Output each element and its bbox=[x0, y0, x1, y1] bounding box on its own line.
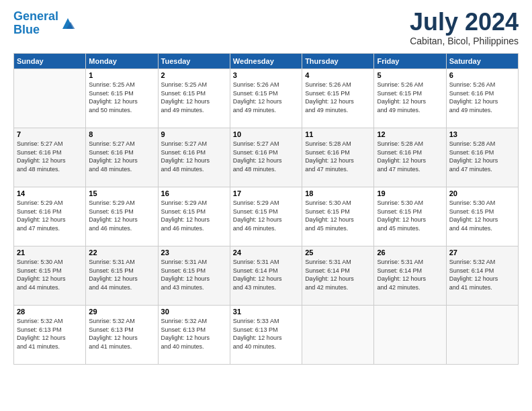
week-row-2: 7Sunrise: 5:27 AM Sunset: 6:16 PM Daylig… bbox=[14, 128, 519, 187]
cell-content: Sunrise: 5:29 AM Sunset: 6:15 PM Dayligh… bbox=[233, 199, 299, 232]
calendar-cell: 19Sunrise: 5:30 AM Sunset: 6:15 PM Dayli… bbox=[374, 187, 446, 246]
cell-content: Sunrise: 5:31 AM Sunset: 6:14 PM Dayligh… bbox=[305, 258, 371, 291]
calendar-cell bbox=[302, 306, 374, 365]
cell-content: Sunrise: 5:30 AM Sunset: 6:15 PM Dayligh… bbox=[377, 199, 443, 232]
calendar-cell: 11Sunrise: 5:28 AM Sunset: 6:16 PM Dayli… bbox=[302, 128, 374, 187]
day-number: 31 bbox=[233, 308, 299, 316]
day-number: 28 bbox=[17, 308, 83, 316]
day-number: 11 bbox=[305, 130, 371, 138]
calendar-cell: 5Sunrise: 5:26 AM Sunset: 6:15 PM Daylig… bbox=[374, 69, 446, 128]
day-number: 15 bbox=[89, 189, 154, 197]
day-number: 6 bbox=[449, 71, 515, 79]
calendar-cell: 12Sunrise: 5:28 AM Sunset: 6:16 PM Dayli… bbox=[374, 128, 446, 187]
day-number: 3 bbox=[233, 71, 299, 79]
cell-content: Sunrise: 5:27 AM Sunset: 6:16 PM Dayligh… bbox=[89, 140, 154, 173]
day-number: 1 bbox=[89, 71, 154, 79]
calendar-cell bbox=[446, 306, 518, 365]
cell-content: Sunrise: 5:27 AM Sunset: 6:16 PM Dayligh… bbox=[233, 140, 299, 173]
cell-content: Sunrise: 5:31 AM Sunset: 6:15 PM Dayligh… bbox=[89, 258, 154, 291]
cell-content: Sunrise: 5:27 AM Sunset: 6:16 PM Dayligh… bbox=[161, 140, 227, 173]
calendar-cell: 6Sunrise: 5:26 AM Sunset: 6:16 PM Daylig… bbox=[446, 69, 518, 128]
week-row-1: 1Sunrise: 5:25 AM Sunset: 6:15 PM Daylig… bbox=[14, 69, 519, 128]
cell-content: Sunrise: 5:32 AM Sunset: 6:14 PM Dayligh… bbox=[449, 258, 515, 291]
day-number: 25 bbox=[305, 248, 371, 257]
day-number: 10 bbox=[233, 130, 299, 138]
cell-content: Sunrise: 5:25 AM Sunset: 6:15 PM Dayligh… bbox=[161, 81, 227, 114]
calendar-cell: 8Sunrise: 5:27 AM Sunset: 6:16 PM Daylig… bbox=[86, 128, 158, 187]
cell-content: Sunrise: 5:31 AM Sunset: 6:15 PM Dayligh… bbox=[161, 258, 227, 291]
calendar-cell: 25Sunrise: 5:31 AM Sunset: 6:14 PM Dayli… bbox=[302, 246, 374, 306]
cell-content: Sunrise: 5:27 AM Sunset: 6:16 PM Dayligh… bbox=[17, 140, 83, 173]
calendar-cell: 28Sunrise: 5:32 AM Sunset: 6:13 PM Dayli… bbox=[14, 306, 86, 365]
calendar-cell: 2Sunrise: 5:25 AM Sunset: 6:15 PM Daylig… bbox=[158, 69, 230, 128]
day-number: 29 bbox=[89, 308, 154, 316]
calendar-cell: 18Sunrise: 5:30 AM Sunset: 6:15 PM Dayli… bbox=[302, 187, 374, 246]
calendar-cell: 15Sunrise: 5:29 AM Sunset: 6:15 PM Dayli… bbox=[86, 187, 158, 246]
cell-content: Sunrise: 5:29 AM Sunset: 6:16 PM Dayligh… bbox=[17, 199, 83, 232]
cell-content: Sunrise: 5:29 AM Sunset: 6:15 PM Dayligh… bbox=[161, 199, 227, 232]
day-number: 19 bbox=[377, 189, 443, 197]
cell-content: Sunrise: 5:29 AM Sunset: 6:15 PM Dayligh… bbox=[89, 199, 154, 232]
month-year-title: July 2024 bbox=[410, 10, 519, 34]
calendar-cell: 14Sunrise: 5:29 AM Sunset: 6:16 PM Dayli… bbox=[14, 187, 86, 246]
day-number: 8 bbox=[89, 130, 154, 138]
day-number: 4 bbox=[305, 71, 371, 79]
cell-content: Sunrise: 5:26 AM Sunset: 6:16 PM Dayligh… bbox=[449, 81, 515, 114]
day-number: 16 bbox=[161, 189, 227, 197]
day-number: 27 bbox=[449, 248, 515, 257]
weekday-header-friday: Friday bbox=[374, 54, 446, 69]
cell-content: Sunrise: 5:31 AM Sunset: 6:14 PM Dayligh… bbox=[233, 258, 299, 291]
week-row-5: 28Sunrise: 5:32 AM Sunset: 6:13 PM Dayli… bbox=[14, 306, 519, 365]
cell-content: Sunrise: 5:26 AM Sunset: 6:15 PM Dayligh… bbox=[305, 81, 371, 114]
day-number: 30 bbox=[161, 308, 227, 316]
week-row-3: 14Sunrise: 5:29 AM Sunset: 6:16 PM Dayli… bbox=[14, 187, 519, 246]
calendar-cell: 13Sunrise: 5:28 AM Sunset: 6:16 PM Dayli… bbox=[446, 128, 518, 187]
weekday-header-saturday: Saturday bbox=[446, 54, 518, 69]
calendar-cell: 4Sunrise: 5:26 AM Sunset: 6:15 PM Daylig… bbox=[302, 69, 374, 128]
logo-blue: Blue bbox=[13, 23, 40, 36]
calendar-cell bbox=[14, 69, 86, 128]
weekday-header-wednesday: Wednesday bbox=[230, 54, 302, 69]
cell-content: Sunrise: 5:28 AM Sunset: 6:16 PM Dayligh… bbox=[305, 140, 371, 173]
title-block: July 2024 Cabitan, Bicol, Philippines bbox=[410, 10, 519, 46]
weekday-header-row: SundayMondayTuesdayWednesdayThursdayFrid… bbox=[14, 54, 519, 69]
week-row-4: 21Sunrise: 5:30 AM Sunset: 6:15 PM Dayli… bbox=[14, 246, 519, 306]
header: General Blue July 2024 Cabitan, Bicol, P… bbox=[13, 10, 519, 46]
cell-content: Sunrise: 5:30 AM Sunset: 6:15 PM Dayligh… bbox=[17, 258, 83, 291]
calendar-cell bbox=[374, 306, 446, 365]
cell-content: Sunrise: 5:30 AM Sunset: 6:15 PM Dayligh… bbox=[305, 199, 371, 232]
day-number: 9 bbox=[161, 130, 227, 138]
day-number: 21 bbox=[17, 248, 83, 257]
day-number: 22 bbox=[89, 248, 154, 257]
page: General Blue July 2024 Cabitan, Bicol, P… bbox=[0, 0, 532, 411]
day-number: 17 bbox=[233, 189, 299, 197]
day-number: 14 bbox=[17, 189, 83, 197]
cell-content: Sunrise: 5:33 AM Sunset: 6:13 PM Dayligh… bbox=[233, 317, 299, 351]
calendar-cell: 20Sunrise: 5:30 AM Sunset: 6:15 PM Dayli… bbox=[446, 187, 518, 246]
calendar-cell: 29Sunrise: 5:32 AM Sunset: 6:13 PM Dayli… bbox=[86, 306, 158, 365]
day-number: 7 bbox=[17, 130, 83, 138]
cell-content: Sunrise: 5:28 AM Sunset: 6:16 PM Dayligh… bbox=[377, 140, 443, 173]
day-number: 13 bbox=[449, 130, 515, 138]
cell-content: Sunrise: 5:32 AM Sunset: 6:13 PM Dayligh… bbox=[17, 317, 83, 351]
day-number: 12 bbox=[377, 130, 443, 138]
cell-content: Sunrise: 5:28 AM Sunset: 6:16 PM Dayligh… bbox=[449, 140, 515, 173]
logo: General Blue bbox=[13, 10, 76, 37]
calendar-cell: 3Sunrise: 5:26 AM Sunset: 6:15 PM Daylig… bbox=[230, 69, 302, 128]
calendar-cell: 7Sunrise: 5:27 AM Sunset: 6:16 PM Daylig… bbox=[14, 128, 86, 187]
calendar-cell: 17Sunrise: 5:29 AM Sunset: 6:15 PM Dayli… bbox=[230, 187, 302, 246]
cell-content: Sunrise: 5:26 AM Sunset: 6:15 PM Dayligh… bbox=[233, 81, 299, 114]
location-subtitle: Cabitan, Bicol, Philippines bbox=[410, 36, 519, 46]
cell-content: Sunrise: 5:30 AM Sunset: 6:15 PM Dayligh… bbox=[449, 199, 515, 232]
cell-content: Sunrise: 5:31 AM Sunset: 6:14 PM Dayligh… bbox=[377, 258, 443, 291]
calendar-table: SundayMondayTuesdayWednesdayThursdayFrid… bbox=[13, 53, 519, 365]
logo-general: General bbox=[13, 9, 58, 23]
day-number: 23 bbox=[161, 248, 227, 257]
calendar-cell: 1Sunrise: 5:25 AM Sunset: 6:15 PM Daylig… bbox=[86, 69, 158, 128]
calendar-cell: 27Sunrise: 5:32 AM Sunset: 6:14 PM Dayli… bbox=[446, 246, 518, 306]
weekday-header-tuesday: Tuesday bbox=[158, 54, 230, 69]
logo-text: General Blue bbox=[13, 10, 58, 37]
cell-content: Sunrise: 5:32 AM Sunset: 6:13 PM Dayligh… bbox=[161, 317, 227, 351]
calendar-cell: 31Sunrise: 5:33 AM Sunset: 6:13 PM Dayli… bbox=[230, 306, 302, 365]
calendar-cell: 23Sunrise: 5:31 AM Sunset: 6:15 PM Dayli… bbox=[158, 246, 230, 306]
